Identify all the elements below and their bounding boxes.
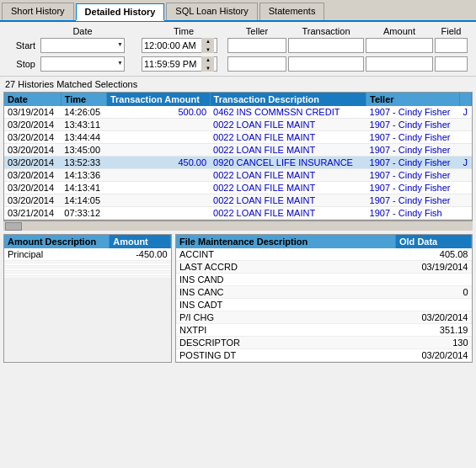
col-header-amount: Amount [366,26,433,36]
cell-amount-value: -450.00 [110,248,171,261]
start-amount-input[interactable] [366,38,433,53]
scroll-thumb[interactable] [5,222,22,231]
bottom-panels: Amount Description Amount Principal -450… [3,234,473,363]
cell-old-data: 03/19/2014 [396,261,472,274]
col-teller: Teller [366,93,460,106]
cell-old-data: 0 [396,286,472,299]
cell-old-data: 351.19 [396,324,472,337]
table-row[interactable]: 03/20/2014 14:14:05 0022 LOAN FILE MAINT… [4,194,472,207]
cell-file-description: P/I CHG [176,311,396,324]
cell-amount [106,194,210,207]
list-item: P/I CHG 03/20/2014 [176,311,472,324]
cell-extra: J [460,157,472,169]
start-time-input[interactable]: 12:00:00 AM [142,40,201,51]
cell-file-description: INS CANC [176,286,396,299]
cell-file-description: INS CADT [176,299,396,311]
file-maintenance-panel: File Maintenance Description Old Data AC… [175,234,473,363]
cell-extra [460,131,472,144]
table-row[interactable]: 03/21/2014 07:33:12 0022 LOAN FILE MAINT… [4,207,472,220]
stop-amount-input[interactable] [366,56,433,72]
list-item: NXTPI 351.19 [176,324,472,337]
cell-teller: 1907 - Cindy Fisher [366,106,460,119]
start-transaction-input[interactable] [288,38,364,53]
table-row[interactable]: 03/20/2014 13:52:33 450.00 0920 CANCEL L… [4,157,472,169]
start-time-spin: ▲ ▼ [201,38,214,53]
list-item: DESCRIPTOR 130 [176,337,472,349]
history-count-text: Histories Matched Selections [18,79,137,89]
cell-file-description: LAST ACCRD [176,261,396,274]
table-row[interactable]: 03/20/2014 14:13:36 0022 LOAN FILE MAINT… [4,169,472,182]
cell-description: 0022 LOAN FILE MAINT [210,207,366,220]
cell-description: 0022 LOAN FILE MAINT [210,131,366,144]
cell-description: 0462 INS COMMSSN CREDIT [210,106,366,119]
cell-time: 14:14:05 [61,194,106,207]
cell-teller: 1907 - Cindy Fisher [366,119,460,131]
list-item: INS CANC 0 [176,286,472,299]
table-row[interactable]: 03/20/2014 14:13:41 0022 LOAN FILE MAINT… [4,182,472,194]
start-field-input[interactable] [435,38,468,53]
history-count-number: 27 [5,79,15,89]
cell-amount-description [4,276,110,279]
start-time-down[interactable]: ▼ [202,45,214,53]
start-time-up[interactable]: ▲ [202,38,214,45]
cell-date: 03/20/2014 [4,194,61,207]
start-date-select-wrapper [40,38,125,53]
filter-form: Date Time Teller Transaction Amount Fiel… [0,22,476,77]
tab-detailed-history[interactable]: Detailed History [76,3,165,21]
stop-field-input[interactable] [435,56,468,72]
col-header-time: Time [142,26,226,36]
stop-date-select[interactable] [40,56,125,72]
col-old-data: Old Data [396,235,472,248]
cell-date: 03/20/2014 [4,169,61,182]
cell-extra [460,119,472,131]
cell-amount: 450.00 [106,157,210,169]
cell-date: 03/19/2014 [4,106,61,119]
file-table-body: ACCINT 405.08 LAST ACCRD 03/19/2014 INS … [176,248,472,362]
cell-date: 03/20/2014 [4,144,61,157]
cell-description: 0022 LOAN FILE MAINT [210,144,366,157]
list-item: INS CAND [176,274,472,286]
col-transaction-desc: Transaction Description [210,93,366,106]
tab-sql-loan-history[interactable]: SQL Loan History [166,3,257,20]
tab-statements[interactable]: Statements [259,3,325,20]
table-row[interactable]: 03/20/2014 13:43:11 0022 LOAN FILE MAINT… [4,119,472,131]
cell-extra [460,169,472,182]
tab-short-history[interactable]: Short History [2,3,74,20]
stop-teller-input[interactable] [227,56,286,72]
col-date: Date [4,93,61,106]
table-row[interactable]: 03/20/2014 13:45:00 0022 LOAN FILE MAINT… [4,144,472,157]
history-count-row: 27 Histories Matched Selections [0,77,476,92]
table-row[interactable]: 03/19/2014 14:26:05 500.00 0462 INS COMM… [4,106,472,119]
list-item: INS CADT [176,299,472,311]
cell-old-data: 03/20/2014 [396,311,472,324]
cell-time: 14:26:05 [61,106,106,119]
cell-time: 14:13:41 [61,182,106,194]
start-teller-input[interactable] [227,38,286,53]
cell-old-data: 130 [396,337,472,349]
cell-file-description: DESCRIPTOR [176,337,396,349]
cell-amount [106,169,210,182]
cell-amount [106,182,210,194]
stop-time-input[interactable]: 11:59:59 PM [142,58,201,70]
cell-amount: 500.00 [106,106,210,119]
stop-time-spin: ▲ ▼ [201,56,214,72]
start-label: Start [8,40,39,51]
cell-date: 03/20/2014 [4,119,61,131]
list-item: POSTING DT 03/20/2014 [176,349,472,362]
cell-old-data [396,299,472,311]
cell-extra [460,182,472,194]
start-date-select[interactable] [40,38,125,53]
amount-table-header: Amount Description Amount [4,235,171,248]
cell-amount [106,144,210,157]
stop-transaction-input[interactable] [288,56,364,72]
list-item: ACCINT 405.08 [176,248,472,261]
tab-bar: Short History Detailed History SQL Loan … [0,0,476,22]
horizontal-scrollbar[interactable] [3,221,473,231]
cell-amount-description: Principal [4,248,110,261]
table-row[interactable]: 03/20/2014 13:44:44 0022 LOAN FILE MAINT… [4,131,472,144]
stop-time-down[interactable]: ▼ [202,64,214,72]
cell-old-data: 03/20/2014 [396,349,472,362]
cell-extra [460,207,472,220]
col-header-field: Field [435,26,468,36]
stop-time-up[interactable]: ▲ [202,56,214,64]
